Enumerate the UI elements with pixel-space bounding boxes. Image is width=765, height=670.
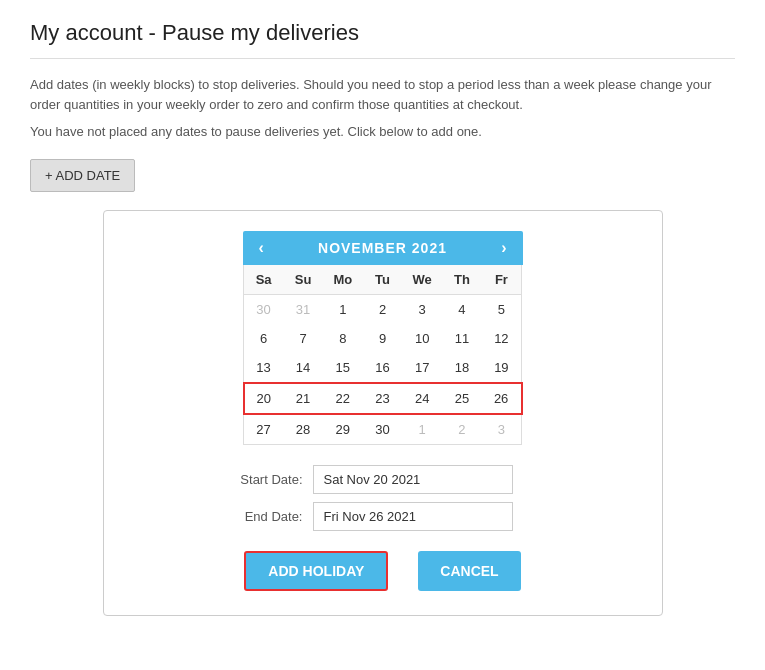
calendar-week-1: 6789101112 [244,324,522,353]
calendar-day[interactable]: 2 [363,295,403,325]
calendar-week-0: 303112345 [244,295,522,325]
calendar-day[interactable]: 27 [244,414,284,445]
end-date-row: End Date: Fri Nov 26 2021 [213,502,553,531]
day-header-sa: Sa [244,265,284,295]
date-fields: Start Date: Sat Nov 20 2021 End Date: Fr… [213,465,553,531]
calendar-day[interactable]: 11 [442,324,482,353]
end-date-label: End Date: [213,509,303,524]
calendar-day[interactable]: 10 [402,324,442,353]
calendar-day[interactable]: 28 [283,414,323,445]
calendar-day[interactable]: 29 [323,414,363,445]
calendar-day[interactable]: 1 [402,414,442,445]
calendar-day[interactable]: 20 [244,383,284,414]
calendar-week-3: 20212223242526 [244,383,522,414]
page-title: My account - Pause my deliveries [30,20,735,59]
start-date-label: Start Date: [213,472,303,487]
calendar-day[interactable]: 26 [482,383,522,414]
calendar-day[interactable]: 21 [283,383,323,414]
start-date-value: Sat Nov 20 2021 [313,465,513,494]
day-header-we: We [402,265,442,295]
calendar-week-4: 27282930123 [244,414,522,445]
calendar-day[interactable]: 25 [442,383,482,414]
calendar-day[interactable]: 2 [442,414,482,445]
calendar-container: ‹ NOVEMBER 2021 › SaSuMoTuWeThFr 3031123… [103,210,663,616]
calendar-day[interactable]: 5 [482,295,522,325]
calendar-wrapper: ‹ NOVEMBER 2021 › SaSuMoTuWeThFr 3031123… [243,231,523,445]
calendar-day[interactable]: 23 [363,383,403,414]
day-header-mo: Mo [323,265,363,295]
calendar-day[interactable]: 7 [283,324,323,353]
calendar-day[interactable]: 6 [244,324,284,353]
notice-text: You have not placed any dates to pause d… [30,124,735,139]
calendar-day-headers: SaSuMoTuWeThFr [244,265,522,295]
calendar-day[interactable]: 9 [363,324,403,353]
calendar-day[interactable]: 3 [482,414,522,445]
end-date-value: Fri Nov 26 2021 [313,502,513,531]
add-holiday-button[interactable]: ADD HOLIDAY [244,551,388,591]
month-label: NOVEMBER 2021 [318,240,447,256]
calendar-day[interactable]: 18 [442,353,482,383]
info-text: Add dates (in weekly blocks) to stop del… [30,75,735,114]
calendar-header: ‹ NOVEMBER 2021 › [243,231,523,265]
cancel-button[interactable]: CANCEL [418,551,520,591]
calendar-day[interactable]: 13 [244,353,284,383]
calendar-day[interactable]: 8 [323,324,363,353]
start-date-row: Start Date: Sat Nov 20 2021 [213,465,553,494]
calendar-day[interactable]: 22 [323,383,363,414]
calendar-day[interactable]: 16 [363,353,403,383]
calendar-day[interactable]: 30 [244,295,284,325]
calendar-day[interactable]: 15 [323,353,363,383]
add-date-button[interactable]: + ADD DATE [30,159,135,192]
calendar-day[interactable]: 31 [283,295,323,325]
action-buttons: ADD HOLIDAY CANCEL [134,551,632,591]
calendar-day[interactable]: 24 [402,383,442,414]
calendar-day[interactable]: 12 [482,324,522,353]
calendar-day[interactable]: 19 [482,353,522,383]
calendar-day[interactable]: 30 [363,414,403,445]
calendar-day[interactable]: 17 [402,353,442,383]
calendar-day[interactable]: 14 [283,353,323,383]
calendar-week-2: 13141516171819 [244,353,522,383]
day-header-tu: Tu [363,265,403,295]
calendar-grid: SaSuMoTuWeThFr 3031123456789101112131415… [243,265,523,445]
day-header-th: Th [442,265,482,295]
calendar-day[interactable]: 3 [402,295,442,325]
prev-month-button[interactable]: ‹ [255,239,268,257]
next-month-button[interactable]: › [497,239,510,257]
calendar-day[interactable]: 4 [442,295,482,325]
day-header-su: Su [283,265,323,295]
calendar-day[interactable]: 1 [323,295,363,325]
day-header-fr: Fr [482,265,522,295]
